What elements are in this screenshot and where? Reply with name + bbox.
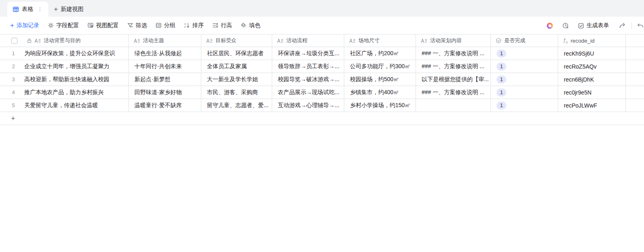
add-view-button[interactable]: + 新建视图 — [54, 2, 83, 17]
cell-is-done[interactable]: 1 — [491, 47, 558, 60]
fill-color-button[interactable]: 填色 — [241, 22, 260, 29]
cell-text: 关爱留守儿童，传递社会温暖 — [24, 102, 98, 109]
tab-grid-view[interactable]: 表格 ⋮ — [7, 2, 48, 17]
cell-spacer — [626, 86, 644, 99]
table-row[interactable]: 5关爱留守儿童，传递社会温暖 温暖童行·爱不缺席 留守儿童、志愿者、爱... 互… — [0, 99, 644, 112]
sort-button[interactable]: AZ 排序 — [184, 22, 204, 29]
cell-activity-theme[interactable]: 新起点·新梦想 — [129, 73, 201, 86]
cell-activity-flow[interactable]: 农产品展示→现场试吃... — [272, 86, 344, 99]
add-record-button[interactable]: + 添加记录 — [10, 22, 39, 29]
column-header-activity-background[interactable]: 活动背景与目的 — [0, 34, 129, 47]
ai-assistant-icon[interactable] — [547, 23, 553, 29]
field-config-button[interactable]: 字段配置 — [48, 22, 79, 29]
cell-target-audience[interactable]: 留守儿童、志愿者、爱... — [201, 99, 272, 112]
active-view-name: 表格 — [22, 6, 33, 13]
cell-recode-id[interactable]: recKh9Sj6U — [558, 47, 626, 60]
cell-planning-content[interactable]: ### 一、方案修改说明 ... — [416, 47, 491, 60]
share-button[interactable] — [619, 22, 626, 29]
cell-text: 农产品展示→现场试吃... — [278, 89, 339, 96]
column-label: 目标受众 — [215, 37, 237, 44]
cell-activity-flow[interactable]: 互动游戏→心理辅导→... — [272, 99, 344, 112]
cell-target-audience[interactable]: 市民、游客、采购商 — [201, 86, 272, 99]
add-row-button[interactable]: + — [0, 112, 644, 125]
cell-activity-theme[interactable]: 绿色生活·从我做起 — [129, 47, 201, 60]
text-field-icon — [349, 38, 356, 43]
cell-activity-flow[interactable]: 校园导览→破冰游戏→... — [272, 73, 344, 86]
cell-text: 乡镇集市，约400㎡ — [350, 89, 399, 96]
cell-is-done[interactable]: 1 — [491, 99, 558, 112]
cell-activity-background[interactable]: 4推广本地农产品，助力乡村振兴 — [0, 86, 129, 99]
column-header-is-done[interactable]: 是否完成 — [491, 34, 558, 47]
sort-az-icon: AZ — [184, 22, 190, 28]
view-config-button[interactable]: 视图配置 — [87, 22, 119, 29]
cell-text: 绿色生活·从我做起 — [134, 50, 182, 57]
column-header-activity-flow[interactable]: 活动流程 — [272, 34, 344, 47]
cell-activity-theme[interactable]: 温暖童行·爱不缺席 — [129, 99, 201, 112]
cell-activity-theme[interactable]: 田野味道·家乡好物 — [129, 86, 201, 99]
plus-icon: + — [54, 6, 58, 13]
row-number: 5 — [5, 102, 21, 108]
cell-text: 为响应环保政策，提升公众环保意识 — [24, 50, 115, 57]
column-header-venue-size[interactable]: 场地尺寸 — [344, 34, 416, 47]
cell-recode-id[interactable]: recRoZ5AQv — [558, 60, 626, 73]
select-all-checkbox[interactable] — [11, 38, 17, 44]
text-field-icon — [206, 38, 213, 43]
cell-planning-content[interactable]: ### 一、方案修改说明 ... — [416, 60, 491, 73]
generate-form-button[interactable]: 生成表单 — [578, 22, 609, 29]
cell-venue-size[interactable]: 校园操场，约500㎡ — [344, 73, 416, 86]
cell-planning-content[interactable]: ### 一、方案修改说明 ... — [416, 86, 491, 99]
table-row[interactable]: 3高校迎新，帮助新生快速融入校园 新起点·新梦想 大一新生及学长学姐 校园导览→… — [0, 73, 644, 86]
history-button[interactable] — [562, 22, 569, 29]
cell-recode-id[interactable]: recPoJLWwF — [558, 99, 626, 112]
cell-text: recn6BjDhK — [564, 76, 594, 83]
cell-venue-size[interactable]: 乡村小学操场，约150㎡ — [344, 99, 416, 112]
table-row[interactable]: 4推广本地农产品，助力乡村振兴 田野味道·家乡好物 市民、游客、采购商 农产品展… — [0, 86, 644, 99]
row-height-label: 行高 — [221, 22, 232, 29]
column-header-planning-content[interactable]: 活动策划内容 — [416, 34, 491, 47]
undo-icon — [637, 22, 644, 29]
cell-venue-size[interactable]: 社区广场，约200㎡ — [344, 47, 416, 60]
cell-is-done[interactable]: 1 — [491, 86, 558, 99]
cell-target-audience[interactable]: 社区居民、环保志愿者 — [201, 47, 272, 60]
cell-activity-background[interactable]: 1为响应环保政策，提升公众环保意识 — [0, 47, 129, 60]
group-button[interactable]: 分组 — [156, 22, 175, 29]
filter-funnel-icon — [127, 22, 133, 28]
cell-planning-content[interactable] — [416, 99, 491, 112]
column-header-target-audience[interactable]: 目标受众 — [201, 34, 272, 47]
lock-icon — [27, 38, 32, 43]
cell-text: 十年同行·共创未来 — [134, 63, 182, 70]
cell-target-audience[interactable]: 大一新生及学长学姐 — [201, 73, 272, 86]
cell-is-done[interactable]: 1 — [491, 60, 558, 73]
cell-activity-flow[interactable]: 环保讲座→垃圾分类互... — [272, 47, 344, 60]
undo-button[interactable] — [637, 22, 644, 29]
cell-recode-id[interactable]: rec0jr9e5N — [558, 86, 626, 99]
cell-venue-size[interactable]: 公司多功能厅，约300㎡ — [344, 60, 416, 73]
column-label: 活动流程 — [286, 37, 307, 44]
filter-button[interactable]: 筛选 — [127, 22, 147, 29]
cell-activity-background[interactable]: 2企业成立十周年，增强员工凝聚力 — [0, 60, 129, 73]
cell-target-audience[interactable]: 全体员工及家属 — [201, 60, 272, 73]
cell-text: 校园操场，约500㎡ — [350, 76, 399, 83]
cell-activity-background[interactable]: 3高校迎新，帮助新生快速融入校园 — [0, 73, 129, 86]
cell-is-done[interactable]: 1 — [491, 73, 558, 86]
done-badge: 1 — [497, 75, 506, 84]
row-number: 3 — [5, 76, 21, 82]
cell-recode-id[interactable]: recn6BjDhK — [558, 73, 626, 86]
row-number: 4 — [5, 89, 21, 95]
view-config-icon — [87, 22, 94, 28]
row-height-button[interactable]: 行高 — [212, 22, 232, 29]
cell-activity-theme[interactable]: 十年同行·共创未来 — [129, 60, 201, 73]
table-row[interactable]: 1为响应环保政策，提升公众环保意识 绿色生活·从我做起 社区居民、环保志愿者 环… — [0, 47, 644, 60]
cell-activity-background[interactable]: 5关爱留守儿童，传递社会温暖 — [0, 99, 129, 112]
cell-planning-content[interactable]: 以下是根据您提供的【审... — [416, 73, 491, 86]
column-header-activity-theme[interactable]: 活动主题 — [129, 34, 201, 47]
cell-venue-size[interactable]: 乡镇集市，约400㎡ — [344, 86, 416, 99]
cell-text: ### 一、方案修改说明 ... — [422, 63, 484, 70]
view-more-menu-icon[interactable]: ⋮ — [36, 6, 43, 12]
column-label: recode_id — [571, 38, 595, 44]
clock-history-icon — [562, 22, 569, 29]
column-header-recode-id[interactable]: ƒx recode_id — [558, 34, 626, 47]
cell-activity-flow[interactable]: 领导致辞→员工表彰→... — [272, 60, 344, 73]
table-row[interactable]: 2企业成立十周年，增强员工凝聚力 十年同行·共创未来 全体员工及家属 领导致辞→… — [0, 60, 644, 73]
text-field-icon — [421, 38, 427, 43]
